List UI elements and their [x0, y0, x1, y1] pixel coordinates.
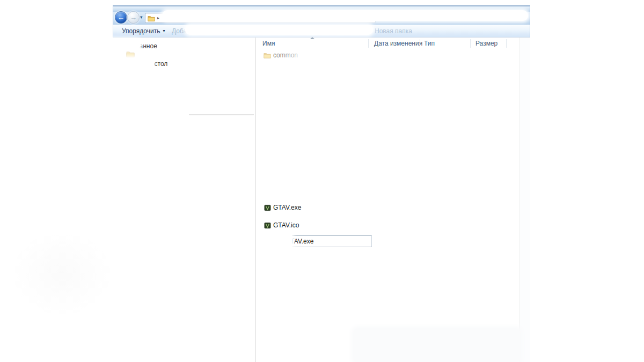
chevron-down-icon: ▾ [163, 27, 165, 35]
column-separator[interactable] [470, 39, 471, 48]
history-dropdown-icon[interactable]: ▾ [140, 14, 143, 20]
explorer-window: ← → ▾ ▸ Упорядочить ▾ Добавить в библиот… [0, 0, 644, 362]
right-gutter [519, 38, 530, 362]
forward-icon: → [130, 14, 137, 21]
background-tint [354, 329, 519, 362]
file-row-gtav-exe[interactable]: GTAV.exe [256, 203, 519, 212]
column-header-date-modified[interactable]: Дата изменения [374, 40, 422, 48]
column-header-size[interactable]: Размер [475, 40, 497, 48]
back-button[interactable]: ← [115, 11, 127, 24]
censor-fade [280, 49, 349, 62]
file-row-gtav-ico[interactable]: GTAV.ico [256, 220, 519, 230]
censor-patch [105, 39, 141, 50]
pane-divider[interactable] [255, 38, 256, 362]
background-smudge [11, 231, 113, 316]
column-header-name[interactable]: Имя [262, 40, 275, 48]
rename-input[interactable] [283, 236, 371, 247]
censor-artifact-line [189, 114, 254, 115]
list-right-edge [519, 38, 519, 362]
breadcrumb-arrow-icon[interactable]: ▸ [157, 16, 159, 20]
gtav-ico-icon [264, 221, 271, 229]
gtav-exe-icon [264, 204, 271, 211]
folder-icon [264, 51, 271, 59]
censor-patch [104, 57, 153, 69]
file-name: GTAV.ico [273, 220, 299, 230]
sort-ascending-icon [310, 37, 314, 39]
forward-button[interactable]: → [127, 11, 140, 24]
censor-patch [268, 232, 292, 250]
address-folder-icon [148, 14, 155, 22]
organize-menu-button[interactable]: Упорядочить ▾ [122, 27, 165, 35]
column-header-type[interactable]: Тип [424, 40, 435, 48]
back-icon: ← [118, 14, 125, 21]
rename-edit-box[interactable] [282, 235, 372, 247]
censor-patch [162, 10, 528, 21]
file-name: GTAV.exe [273, 203, 301, 212]
column-separator[interactable] [506, 39, 507, 48]
censor-patch [185, 25, 373, 35]
new-folder-button[interactable]: Новая папка [375, 27, 412, 35]
organize-label: Упорядочить [122, 27, 160, 35]
column-separator[interactable] [368, 39, 369, 48]
column-separator[interactable] [420, 39, 420, 48]
